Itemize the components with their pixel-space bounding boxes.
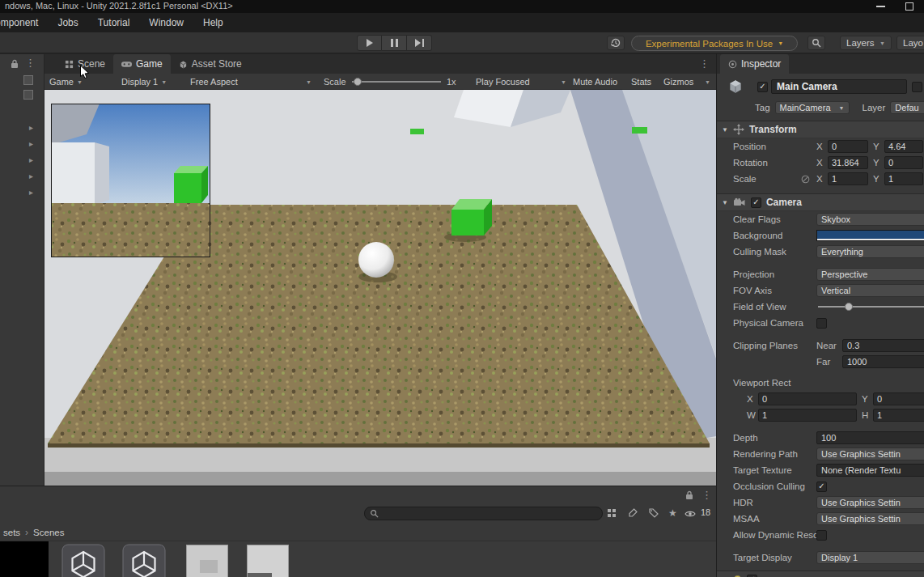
layers-dropdown[interactable]: Layers ▼ bbox=[840, 36, 892, 50]
position-x-field[interactable]: 0 bbox=[828, 140, 868, 153]
target-texture-field[interactable]: None (Render Textu bbox=[816, 464, 924, 477]
slider-handle[interactable] bbox=[354, 78, 362, 86]
foldout-chevron-icon[interactable]: ▸ bbox=[29, 189, 33, 197]
save-search-star-icon[interactable]: ★ bbox=[668, 507, 677, 519]
gameobject-name-field[interactable]: Main Camera bbox=[771, 79, 907, 94]
panel-menu-icon[interactable]: ⋮ bbox=[699, 58, 710, 69]
undo-history-button[interactable] bbox=[607, 36, 625, 50]
asset-thumbnail-scene[interactable] bbox=[61, 543, 106, 577]
tab-asset-store[interactable]: Asset Store bbox=[171, 54, 250, 74]
projection-dropdown[interactable]: Perspective▼ bbox=[816, 268, 924, 281]
project-search-input[interactable] bbox=[364, 507, 603, 520]
slider-handle[interactable] bbox=[845, 303, 853, 311]
breadcrumb-current[interactable]: Scenes bbox=[33, 528, 64, 537]
menu-item-window[interactable]: Window bbox=[139, 13, 193, 32]
camera-enabled-checkbox[interactable]: ✓ bbox=[751, 197, 761, 208]
constrain-proportions-icon[interactable] bbox=[801, 175, 810, 184]
rotation-y-field[interactable]: 0 bbox=[884, 156, 923, 169]
game-viewport[interactable] bbox=[45, 90, 716, 486]
asset-thumbnail-black[interactable] bbox=[0, 541, 49, 577]
lock-icon[interactable] bbox=[11, 59, 19, 69]
restore-button[interactable] bbox=[905, 2, 913, 11]
panel-menu-icon[interactable]: ⋮ bbox=[701, 490, 712, 500]
viewport-x-field[interactable]: 0 bbox=[758, 392, 857, 405]
hdr-dropdown[interactable]: Use Graphics Settin bbox=[816, 496, 924, 509]
gameobject-enabled-checkbox[interactable]: ✓ bbox=[757, 82, 768, 92]
asset-thumbnail-preview[interactable] bbox=[247, 545, 289, 577]
foldout-chevron-icon[interactable]: ▸ bbox=[29, 172, 33, 180]
next-component-header[interactable]: ▼ ✓ bbox=[717, 571, 924, 577]
culling-mask-dropdown[interactable]: Everything▼ bbox=[816, 245, 924, 258]
viewport-h-field[interactable]: 1 bbox=[873, 409, 924, 422]
foldout-icon[interactable]: ▼ bbox=[722, 126, 728, 134]
experimental-packages-dropdown[interactable]: Experimental Packages In Use ▼ bbox=[631, 36, 798, 51]
brush-icon[interactable] bbox=[628, 508, 638, 518]
minimize-button[interactable] bbox=[876, 6, 885, 7]
foldout-chevron-icon[interactable]: ▸ bbox=[29, 156, 33, 164]
hidden-count-eye-icon[interactable] bbox=[685, 510, 696, 518]
camera-component-header[interactable]: ▼ ✓ Camera bbox=[717, 193, 924, 211]
occlusion-culling-checkbox[interactable]: ✓ bbox=[816, 482, 827, 492]
pause-button[interactable] bbox=[382, 35, 407, 51]
rendering-path-dropdown[interactable]: Use Graphics Settin bbox=[816, 448, 924, 460]
mute-audio-toggle[interactable]: Mute Audio bbox=[573, 74, 617, 90]
search-by-type-icon[interactable] bbox=[607, 508, 617, 518]
transform-component-header[interactable]: ▼ Transform bbox=[717, 121, 924, 138]
tab-inspector[interactable]: Inspector bbox=[720, 54, 789, 74]
rotation-x-field[interactable]: 31.864 bbox=[828, 156, 868, 169]
background-color-swatch[interactable] bbox=[816, 230, 924, 241]
menu-item-component[interactable]: omponent bbox=[0, 13, 48, 32]
scale-x-field[interactable]: 1 bbox=[828, 172, 868, 185]
play-button[interactable] bbox=[357, 35, 382, 51]
scale-slider[interactable] bbox=[352, 74, 441, 90]
global-search-button[interactable] bbox=[807, 36, 825, 50]
step-button[interactable] bbox=[407, 35, 432, 51]
allow-dynamic-resolution-checkbox[interactable] bbox=[816, 530, 827, 541]
culling-mask-label: Culling Mask bbox=[717, 247, 816, 257]
layer-dropdown[interactable]: Defau bbox=[890, 101, 924, 114]
panel-icon[interactable] bbox=[23, 75, 33, 85]
static-checkbox[interactable] bbox=[912, 82, 922, 92]
tab-scene[interactable]: Scene bbox=[57, 54, 113, 74]
foldout-chevron-icon[interactable]: ▸ bbox=[29, 140, 33, 148]
target-display-dropdown[interactable]: Display 1 bbox=[816, 551, 924, 564]
physical-camera-checkbox[interactable] bbox=[816, 318, 827, 329]
panel-menu-icon[interactable]: ⋮ bbox=[25, 57, 36, 68]
field-of-view-slider[interactable] bbox=[816, 300, 924, 313]
asset-thumbnail-preview[interactable] bbox=[186, 545, 228, 577]
component-enabled-checkbox[interactable]: ✓ bbox=[747, 575, 757, 577]
viewport-y-field[interactable]: 0 bbox=[873, 392, 924, 405]
play-focused-dropdown[interactable]: Play Focused ▼ bbox=[476, 74, 566, 90]
panel-icon[interactable] bbox=[23, 90, 33, 100]
slider-track bbox=[818, 306, 924, 308]
position-y-field[interactable]: 4.64 bbox=[884, 140, 923, 153]
aspect-ratio-label: Free Aspect bbox=[190, 77, 238, 87]
menu-item-help[interactable]: Help bbox=[193, 13, 233, 32]
msaa-dropdown[interactable]: Use Graphics Settin bbox=[816, 512, 924, 525]
display-dropdown[interactable]: Display 1 ▼ bbox=[121, 74, 167, 90]
search-by-label-icon[interactable] bbox=[649, 508, 659, 518]
clear-flags-dropdown[interactable]: Skybox▼ bbox=[816, 213, 924, 226]
gizmos-dropdown[interactable]: Gizmos ▼ bbox=[663, 74, 710, 90]
menu-item-jobs[interactable]: Jobs bbox=[48, 13, 87, 32]
aspect-ratio-dropdown[interactable]: Free Aspect ▼ bbox=[190, 74, 312, 90]
projection-row: Projection Perspective▼ bbox=[717, 266, 924, 282]
depth-field[interactable]: 100 bbox=[816, 431, 924, 444]
game-view-mode-dropdown[interactable]: Game ▼ bbox=[49, 74, 83, 90]
breadcrumb-root[interactable]: sets bbox=[3, 528, 20, 537]
far-field[interactable]: 1000 bbox=[842, 355, 924, 368]
layout-dropdown[interactable]: Layo bbox=[896, 36, 924, 50]
asset-thumbnail-scene[interactable] bbox=[121, 543, 167, 577]
scale-y-field[interactable]: 1 bbox=[884, 172, 923, 185]
tab-game[interactable]: Game bbox=[113, 54, 171, 74]
stats-toggle[interactable]: Stats bbox=[631, 74, 651, 90]
menu-item-tutorial[interactable]: Tutorial bbox=[88, 13, 140, 32]
fov-axis-dropdown[interactable]: Vertical▼ bbox=[816, 284, 924, 297]
lock-icon[interactable] bbox=[685, 490, 693, 500]
foldout-chevron-icon[interactable]: ▸ bbox=[29, 124, 33, 132]
x-axis-label: X bbox=[816, 174, 828, 184]
tag-dropdown[interactable]: MainCamera ▼ bbox=[775, 101, 850, 114]
near-field[interactable]: 0.3 bbox=[842, 339, 924, 352]
foldout-icon[interactable]: ▼ bbox=[722, 199, 728, 206]
viewport-w-field[interactable]: 1 bbox=[758, 409, 857, 422]
